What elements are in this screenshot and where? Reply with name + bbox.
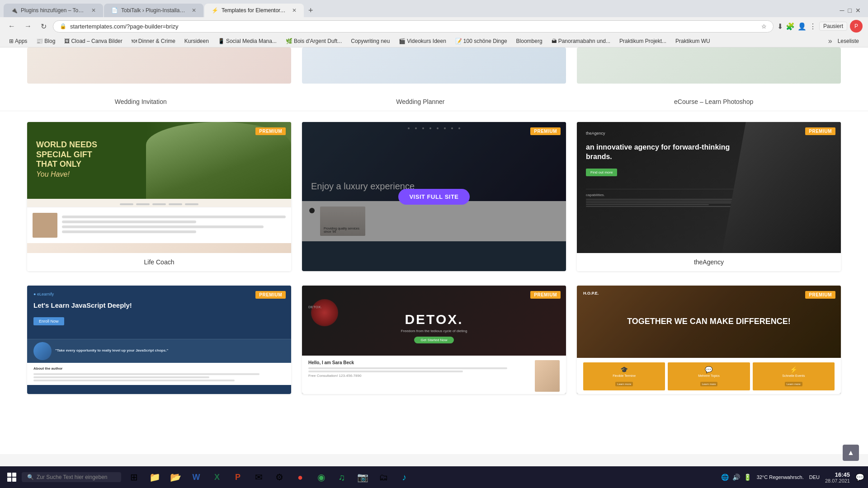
template-card-hope[interactable]: PREMIUM H.O.P.E. TOGETHER WE CAN MAKE DI… bbox=[577, 286, 841, 394]
download-icon[interactable]: ⬇ bbox=[777, 22, 783, 31]
profile-icon[interactable]: 👤 bbox=[797, 22, 807, 31]
forward-button[interactable]: → bbox=[22, 20, 34, 32]
profile-button[interactable]: P bbox=[850, 20, 863, 33]
hotel-visit-btn[interactable]: VISIT FULL SITE bbox=[398, 189, 469, 205]
tab-2-close[interactable]: ✕ bbox=[192, 7, 196, 14]
templates-grid-row1: PREMIUM WORLD NEEDSSPECIAL GIFTTHAT ONLY… bbox=[0, 111, 868, 282]
hope-card-2-icon: 💬 bbox=[670, 366, 748, 373]
lock-icon: 🔒 bbox=[60, 23, 66, 29]
reload-button[interactable]: ↻ bbox=[38, 20, 49, 33]
cap-line-5 bbox=[586, 206, 746, 207]
back-button[interactable]: ← bbox=[5, 20, 18, 32]
agency-cta-btn: Find out more bbox=[586, 169, 617, 176]
bookmark-praktikum1[interactable]: Praktikum Projekt... bbox=[616, 37, 670, 45]
browser-toolbar: ← → ↻ 🔒 startertemplates.com/?page-build… bbox=[0, 17, 868, 35]
close-window-button[interactable]: ✕ bbox=[855, 7, 861, 14]
premium-badge-detox: PREMIUM bbox=[530, 291, 561, 299]
js-heading: Let's Learn JavaScript Deeply! bbox=[33, 301, 285, 310]
hope-bottom-section: 🎓 Flexible Termine Learn more 💬 Mehrere … bbox=[577, 358, 841, 394]
category-title-wedding-planner: Wedding Planner bbox=[396, 98, 444, 105]
extensions-icon[interactable]: 🧩 bbox=[786, 22, 795, 31]
hope-card-3: ⚡ Schnelle Events Learn more bbox=[753, 362, 835, 390]
template-card-hotel[interactable]: PREMIUM BOOK bbox=[302, 122, 566, 271]
list-icon: 📝 bbox=[455, 38, 462, 44]
template-card-detox[interactable]: PREMIUM DETOX. DETOX. Freedom from the t… bbox=[302, 286, 566, 394]
sara-phone: Free Consultation! 123-456-7890 bbox=[308, 374, 529, 378]
bookmark-kursideen[interactable]: Kursideen bbox=[181, 37, 212, 45]
js-author-title: About the author bbox=[33, 366, 285, 371]
tab-1-title: Plugins hinzufügen – TobiTalk —... bbox=[21, 7, 86, 14]
bookmark-panorama[interactable]: 🏔 Panoramabahn und... bbox=[548, 37, 614, 45]
text-line-4 bbox=[62, 230, 196, 233]
tab-3[interactable]: ⚡ Templates for Elementor, Beaver... ✕ bbox=[204, 4, 304, 17]
apps-icon: ⊞ bbox=[9, 38, 14, 44]
life-coach-text: WORLD NEEDSSPECIAL GIFTTHAT ONLYYou Have… bbox=[36, 140, 97, 179]
js-header: ● eLearnify Let's Learn JavaScript Deepl… bbox=[27, 286, 291, 339]
tab-1[interactable]: 🔌 Plugins hinzufügen – TobiTalk —... ✕ bbox=[4, 4, 103, 17]
social-icon: 📱 bbox=[218, 38, 225, 44]
bookmark-canva[interactable]: 🖼 Cload – Canva Bilder bbox=[61, 37, 126, 45]
js-preview: ● eLearnify Let's Learn JavaScript Deepl… bbox=[27, 286, 291, 394]
bois-icon: 🌿 bbox=[286, 38, 292, 44]
agency-preview: theAgency an innovative agency for forwa… bbox=[577, 122, 841, 253]
bookmark-praktikum2[interactable]: Praktikum WU bbox=[672, 37, 714, 45]
hope-overlay: H.O.P.E. TOGETHER WE CAN MAKE DIFFERENCE… bbox=[577, 286, 841, 358]
premium-badge-agency: PREMIUM bbox=[805, 127, 835, 135]
js-text-line-1 bbox=[33, 373, 259, 375]
life-coach-title: Life Coach bbox=[27, 253, 291, 271]
detox-brand: DETOX. bbox=[302, 305, 322, 309]
partial-card-3 bbox=[577, 47, 841, 84]
address-bar[interactable]: 🔒 startertemplates.com/?page-builder=bri… bbox=[53, 20, 774, 33]
partial-row bbox=[0, 47, 868, 91]
bookmark-social[interactable]: 📱 Social Media Mana... bbox=[214, 37, 280, 45]
premium-badge-js: PREMIUM bbox=[255, 291, 286, 299]
category-title-wedding-invitation: Wedding Invitation bbox=[115, 98, 167, 105]
hotel-overlay: VISIT FULL SITE bbox=[302, 122, 566, 271]
bookmark-star-icon[interactable]: ☆ bbox=[761, 23, 767, 30]
bookmark-dinner[interactable]: 🍽 Dinner & Crime bbox=[128, 37, 179, 45]
sara-name: Hello, I am Sara Beck bbox=[308, 360, 529, 365]
scroll-top-button[interactable]: ▲ bbox=[843, 445, 859, 454]
video-icon: 🎬 bbox=[399, 38, 406, 44]
scroll-top-icon: ▲ bbox=[847, 449, 854, 454]
detox-top-section: DETOX. DETOX. Freedom from the tedious c… bbox=[302, 286, 566, 356]
minimize-button[interactable]: ─ bbox=[840, 7, 844, 14]
bookmark-bois[interactable]: 🌿 Bois d'Argent Duft... bbox=[282, 37, 345, 45]
settings-icon[interactable]: ⋮ bbox=[809, 22, 816, 31]
hope-preview: H.O.P.E. TOGETHER WE CAN MAKE DIFFERENCE… bbox=[577, 286, 841, 394]
maximize-button[interactable]: □ bbox=[848, 7, 852, 14]
js-bottom-section: About the author bbox=[27, 363, 291, 385]
template-card-agency[interactable]: PREMIUM theAgency an innovative agency f… bbox=[577, 122, 841, 271]
bookmark-videokurs[interactable]: 🎬 Videokurs Ideen bbox=[395, 37, 450, 45]
hope-card-1: 🎓 Flexible Termine Learn more bbox=[583, 362, 665, 390]
js-logo: ● eLearnify bbox=[33, 292, 285, 296]
detox-preview: DETOX. DETOX. Freedom from the tedious c… bbox=[302, 286, 566, 394]
hope-card-1-btn[interactable]: Learn more bbox=[615, 382, 633, 386]
bookmark-apps[interactable]: ⊞ Apps bbox=[5, 37, 31, 45]
tab-2[interactable]: 📄 TobiTalk › Plugin-Installation —... ✕ bbox=[104, 4, 203, 17]
tab-1-close[interactable]: ✕ bbox=[91, 7, 96, 14]
category-titles-row: Wedding Invitation Wedding Planner eCour… bbox=[0, 91, 868, 111]
js-quote-text: "Take every opportunity to really level … bbox=[55, 348, 168, 352]
coach-photo bbox=[33, 213, 57, 238]
text-line-3 bbox=[62, 225, 264, 228]
panorama-icon: 🏔 bbox=[552, 38, 557, 44]
detox-subtitle: Freedom from the tedious cycle of dietin… bbox=[401, 329, 467, 333]
tab-2-title: TobiTalk › Plugin-Installation —... bbox=[121, 7, 186, 14]
tab-3-title: Templates for Elementor, Beaver... bbox=[222, 7, 287, 14]
new-tab-button[interactable]: + bbox=[305, 4, 317, 17]
bookmark-100dinge[interactable]: 📝 100 schöne Dinge bbox=[452, 37, 511, 45]
bookmark-bloomberg[interactable]: Bloomberg bbox=[513, 37, 546, 45]
reading-list-button[interactable]: Leseliste bbox=[834, 37, 863, 45]
template-card-js-course[interactable]: PREMIUM ● eLearnify Let's Learn JavaScri… bbox=[27, 286, 291, 394]
text-line-2 bbox=[62, 221, 196, 223]
template-card-life-coach[interactable]: PREMIUM WORLD NEEDSSPECIAL GIFTTHAT ONLY… bbox=[27, 122, 291, 271]
bookmarks-more-button[interactable]: » bbox=[828, 37, 832, 45]
hope-card-3-btn[interactable]: Learn more bbox=[785, 382, 802, 386]
agency-heading: an innovative agency for forward-thinkin… bbox=[586, 143, 733, 162]
bookmark-copywriting[interactable]: Copywriting neu bbox=[347, 37, 393, 45]
bookmark-blog[interactable]: 📰 Blog bbox=[33, 37, 59, 45]
category-title-ecourse: eCourse – Learn Photoshop bbox=[674, 98, 753, 105]
hope-card-2-btn[interactable]: Learn more bbox=[700, 382, 718, 386]
tab-3-close[interactable]: ✕ bbox=[292, 7, 297, 14]
